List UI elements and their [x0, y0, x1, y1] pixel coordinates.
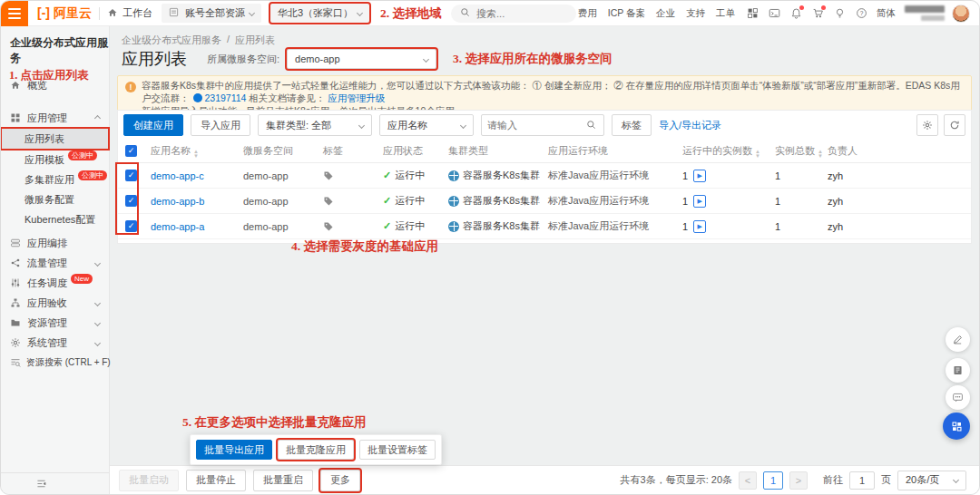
topnav-link-ticket[interactable]: 工单 — [716, 7, 735, 20]
sliders-icon — [10, 277, 22, 289]
app-name-search[interactable] — [481, 114, 604, 136]
lightbulb-icon[interactable] — [833, 7, 846, 20]
masked-username — [905, 5, 945, 21]
tag-filter-button[interactable]: 标签 — [612, 114, 652, 136]
refresh-button[interactable] — [944, 114, 965, 136]
batch-export-button[interactable]: 批量导出应用 — [196, 440, 272, 460]
doc-link[interactable]: 应用管理升级 — [328, 92, 385, 103]
tag-icon[interactable] — [323, 221, 334, 232]
batch-clone-button[interactable]: 批量克隆应用 — [278, 440, 354, 460]
tag-icon[interactable] — [323, 196, 334, 207]
sidebar-item-app-template[interactable]: 应用模板 公测中 — [1, 150, 109, 170]
next-page-button[interactable]: > — [789, 471, 808, 490]
col-tags: 标签 — [323, 144, 383, 158]
import-app-button[interactable]: 导入应用 — [191, 114, 250, 136]
sidebar-item-system-management[interactable]: 系统管理 — [1, 333, 109, 353]
play-icon[interactable]: ▶ — [693, 195, 706, 208]
qq-group-link[interactable]: 23197114 — [205, 92, 247, 103]
account-scope-selector[interactable]: 账号全部资源 — [162, 4, 261, 23]
sidebar-item-resource-management[interactable]: 资源管理 — [1, 313, 109, 333]
running-instances-cell: 1▶ — [682, 170, 775, 182]
region-selector[interactable]: 华北3（张家口） — [270, 4, 369, 23]
batch-restart-button[interactable]: 批量重启 — [253, 470, 313, 491]
app-name-link[interactable]: demo-app-c — [151, 170, 243, 181]
sidebar-item-traffic-management[interactable]: 流量管理 — [1, 253, 109, 273]
sidebar-item-app-acceptance[interactable]: 应用验收 — [1, 293, 109, 313]
new-badge: New — [71, 274, 93, 284]
chat-support-button[interactable] — [946, 385, 970, 410]
docs-button[interactable] — [946, 358, 970, 383]
play-icon[interactable]: ▶ — [693, 170, 706, 182]
pagination-summary: 共有3条，每页显示: 20条 — [621, 473, 732, 487]
topnav-link-enterprise[interactable]: 企业 — [656, 7, 675, 20]
chevron-down-icon — [953, 477, 959, 483]
sidebar-item-multi-cluster-app[interactable]: 多集群应用 公测中 — [1, 170, 109, 189]
select-all-checkbox[interactable]: ✓ — [125, 145, 137, 157]
topnav-link-support[interactable]: 支持 — [686, 7, 705, 20]
mini-apps-button[interactable] — [943, 412, 970, 440]
row-checkbox[interactable]: ✓ — [125, 195, 137, 207]
sidebar-item-kubernetes-config[interactable]: Kubernetes配置 — [1, 209, 109, 229]
more-button[interactable]: 更多 — [320, 470, 360, 491]
workbench-link[interactable]: 工作台 — [107, 6, 152, 20]
namespace-cell: demo-app — [243, 170, 323, 181]
namespace-selector[interactable]: demo-app — [287, 49, 436, 69]
app-name-search-input[interactable] — [487, 120, 583, 131]
sort-icon[interactable]: ▲▼ — [193, 150, 199, 159]
cart-icon[interactable] — [811, 7, 824, 20]
language-selector[interactable]: 简体 — [877, 7, 896, 20]
sidebar-item-task-scheduling[interactable]: 任务调度 New — [1, 273, 109, 293]
sidebar-item-app-orchestration[interactable]: 应用编排 — [1, 233, 109, 253]
cluster-type-filter[interactable]: 集群类型: 全部 — [258, 114, 372, 136]
feedback-pencil-button[interactable] — [946, 327, 970, 352]
sidebar-item-app-list[interactable]: 应用列表 — [1, 128, 109, 150]
app-name-link[interactable]: demo-app-b — [151, 196, 243, 207]
notification-badge-dot — [799, 5, 804, 10]
topnav-link-billing[interactable]: 费用 — [578, 7, 597, 20]
warning-icon: ! — [125, 82, 136, 92]
sidebar-item-resource-search[interactable]: 资源搜索 (CTRL + F) — [1, 353, 109, 373]
batch-stop-button[interactable]: 批量停止 — [186, 470, 246, 491]
search-field-selector[interactable]: 应用名称 — [379, 114, 474, 136]
app-grid-icon — [10, 112, 22, 124]
cluster-type-cell: 容器服务K8s集群 — [448, 169, 548, 182]
row-checkbox[interactable]: ✓ — [125, 220, 137, 232]
sort-icon[interactable]: ▲▼ — [755, 150, 760, 159]
topnav-link-icp[interactable]: ICP 备案 — [608, 7, 645, 20]
console-grid-icon[interactable] — [746, 7, 759, 20]
chevron-down-icon — [460, 121, 466, 128]
avatar[interactable] — [952, 5, 970, 23]
batch-set-tags-button[interactable]: 批量设置标签 — [359, 440, 436, 460]
col-runtime-env: 应用运行环境 — [548, 144, 682, 158]
row-checkbox[interactable]: ✓ — [125, 170, 137, 181]
k8s-cluster-icon — [448, 170, 459, 181]
create-app-button[interactable]: 创建应用 — [123, 114, 183, 136]
chat-bubble-icon — [952, 392, 964, 403]
sort-icon[interactable]: ▲▼ — [818, 150, 823, 159]
notification-bell-icon[interactable] — [789, 7, 802, 20]
import-export-records-link[interactable]: 导入/导出记录 — [659, 119, 721, 132]
sidebar-item-microservice-config[interactable]: 微服务配置 — [1, 189, 109, 209]
app-name-link[interactable]: demo-app-a — [151, 221, 243, 232]
play-icon[interactable]: ▶ — [693, 220, 706, 233]
goto-page-input[interactable] — [849, 471, 875, 490]
chevron-down-icon — [358, 121, 365, 128]
chevron-down-icon — [94, 339, 101, 345]
tag-icon[interactable] — [323, 170, 334, 181]
page-size-selector[interactable]: 20条/页 — [897, 471, 966, 490]
prev-page-button[interactable]: < — [739, 471, 757, 490]
sidebar-group-app-management[interactable]: 应用管理 — [1, 108, 109, 128]
column-settings-button[interactable] — [916, 114, 938, 136]
aliyun-logo[interactable]: [-] 阿里云 — [37, 5, 92, 22]
sidebar-collapse-button[interactable] — [1, 472, 109, 494]
current-page[interactable]: 1 — [763, 471, 783, 490]
global-search[interactable] — [451, 5, 576, 23]
cloudshell-icon[interactable] — [768, 7, 780, 20]
global-search-input[interactable] — [476, 8, 567, 19]
namespace-label: 所属微服务空间: — [207, 53, 279, 66]
chevron-down-icon — [94, 259, 101, 266]
hamburger-menu-button[interactable] — [1, 1, 28, 26]
page-title: 应用列表 — [122, 48, 187, 70]
breadcrumb-root[interactable]: 企业级分布式应用服务 — [122, 34, 221, 47]
help-question-icon[interactable]: ? — [855, 7, 867, 20]
